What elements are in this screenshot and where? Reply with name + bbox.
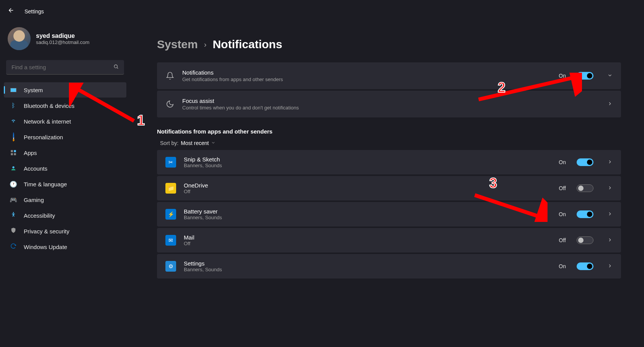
svg-line-12 — [475, 195, 544, 218]
toggle-label: Off — [559, 237, 566, 243]
annotation-arrow-1 — [69, 83, 138, 125]
toggle-label: On — [559, 263, 566, 269]
annotation-2: 2 — [498, 80, 505, 96]
chevron-right-icon[interactable] — [607, 211, 613, 218]
chevron-right-icon[interactable] — [607, 263, 613, 270]
accessibility-icon — [10, 212, 17, 219]
paint-icon: 🖌️ — [10, 134, 17, 140]
sidebar-item-label: Apps — [24, 150, 37, 156]
clock-icon: 🕐 — [10, 181, 17, 187]
sidebar-item-label: Network & internet — [24, 118, 71, 125]
svg-point-6 — [13, 212, 14, 213]
profile[interactable]: syed sadique sadiq.012@hotmail.com — [4, 23, 126, 58]
svg-line-10 — [479, 77, 578, 99]
chevron-right-icon[interactable] — [607, 185, 613, 192]
annotation-arrow-2 — [475, 73, 582, 103]
svg-line-8 — [73, 86, 134, 121]
annotation-1: 1 — [137, 112, 145, 129]
app-row-battery-saver[interactable]: ⚡Battery saverBanners, SoundsOn — [157, 202, 621, 226]
sidebar-item-privacy-security[interactable]: Privacy & security — [4, 223, 126, 239]
breadcrumb-current: Notifications — [212, 38, 282, 51]
app-status: Banners, Sounds — [184, 163, 551, 168]
section-title: Notifications from apps and other sender… — [157, 128, 621, 135]
app-icon: ✉ — [165, 235, 176, 246]
sidebar-item-label: Gaming — [24, 197, 44, 203]
sidebar-item-label: Personalization — [24, 134, 63, 140]
chevron-down-icon[interactable] — [607, 73, 613, 79]
search-icon — [113, 64, 119, 70]
svg-rect-3 — [11, 153, 13, 155]
annotation-arrow-3 — [471, 191, 548, 222]
sort-value: Most recent — [181, 140, 209, 146]
breadcrumb: System › Notifications — [157, 38, 621, 51]
app-row-settings[interactable]: ⚙SettingsBanners, SoundsOn — [157, 254, 621, 279]
profile-email: sadiq.012@hotmail.com — [36, 39, 90, 45]
bluetooth-icon: ᛒ — [10, 102, 17, 109]
sidebar-item-label: Time & language — [24, 181, 67, 187]
app-status: Off — [184, 241, 551, 246]
setting-desc: Control times when you do and don't get … — [182, 105, 593, 111]
shield-icon — [10, 228, 17, 235]
sidebar-item-label: Accessibility — [24, 212, 55, 219]
chevron-down-icon — [211, 140, 216, 146]
apps-icon — [10, 149, 17, 156]
toggle-label: Off — [559, 185, 566, 191]
search-input[interactable] — [11, 64, 113, 70]
app-toggle[interactable] — [577, 158, 593, 166]
sidebar: syed sadique sadiq.012@hotmail.com Syste… — [0, 23, 130, 280]
sidebar-item-apps[interactable]: Apps — [4, 145, 126, 160]
back-arrow-icon[interactable] — [8, 7, 15, 16]
chevron-right-icon: › — [204, 40, 207, 49]
sidebar-item-accessibility[interactable]: Accessibility — [4, 208, 126, 223]
sidebar-item-time-language[interactable]: 🕐Time & language — [4, 176, 126, 192]
profile-name: syed sadique — [36, 33, 90, 39]
app-icon: 📁 — [165, 183, 176, 194]
avatar — [8, 27, 31, 50]
app-name: Snip & Sketch — [184, 156, 551, 163]
sort-label: Sort by: — [160, 140, 178, 146]
sidebar-item-label: Privacy & security — [24, 228, 69, 235]
app-icon: ✂ — [165, 157, 176, 168]
account-icon — [10, 165, 17, 172]
sidebar-item-label: System — [24, 87, 43, 93]
system-icon — [10, 86, 17, 93]
sort-dropdown[interactable]: Sort by: Most recent — [157, 140, 621, 150]
annotation-3: 3 — [489, 175, 497, 191]
app-row-snip-sketch[interactable]: ✂Snip & SketchBanners, SoundsOn — [157, 150, 621, 174]
sidebar-item-personalization[interactable]: 🖌️Personalization — [4, 129, 126, 145]
main: System › Notifications Notifications Get… — [130, 23, 644, 280]
app-toggle[interactable] — [577, 262, 593, 270]
sidebar-item-gaming[interactable]: 🎮Gaming — [4, 192, 126, 207]
app-icon: ⚙ — [165, 261, 176, 272]
app-name: Settings — [184, 260, 551, 267]
update-icon — [10, 243, 17, 250]
chevron-right-icon[interactable] — [607, 101, 613, 108]
svg-rect-2 — [14, 150, 16, 152]
moon-icon — [165, 99, 175, 109]
app-toggle[interactable] — [577, 236, 593, 244]
app-row-onedrive[interactable]: 📁OneDriveOffOff — [157, 176, 621, 200]
bell-icon — [165, 71, 175, 80]
app-row-mail[interactable]: ✉MailOffOff — [157, 228, 621, 253]
sidebar-item-windows-update[interactable]: Windows Update — [4, 239, 126, 254]
chevron-right-icon[interactable] — [607, 159, 613, 166]
app-toggle[interactable] — [577, 210, 593, 218]
wifi-icon — [10, 118, 17, 125]
app-toggle[interactable] — [577, 184, 593, 192]
app-list: ✂Snip & SketchBanners, SoundsOn📁OneDrive… — [157, 150, 621, 279]
chevron-right-icon[interactable] — [607, 237, 613, 244]
sidebar-item-accounts[interactable]: Accounts — [4, 161, 126, 176]
app-title: Settings — [25, 8, 44, 15]
sidebar-item-label: Accounts — [24, 165, 47, 172]
svg-rect-1 — [11, 150, 13, 152]
toggle-label: On — [559, 211, 566, 217]
gaming-icon: 🎮 — [10, 196, 17, 203]
breadcrumb-parent[interactable]: System — [157, 38, 198, 51]
search-box[interactable] — [6, 60, 124, 75]
app-status: Banners, Sounds — [184, 267, 551, 272]
sidebar-item-label: Bluetooth & devices — [24, 103, 75, 109]
sidebar-item-label: Windows Update — [24, 244, 67, 250]
toggle-label: On — [559, 159, 566, 165]
app-name: Mail — [184, 234, 551, 241]
svg-rect-4 — [14, 153, 16, 155]
